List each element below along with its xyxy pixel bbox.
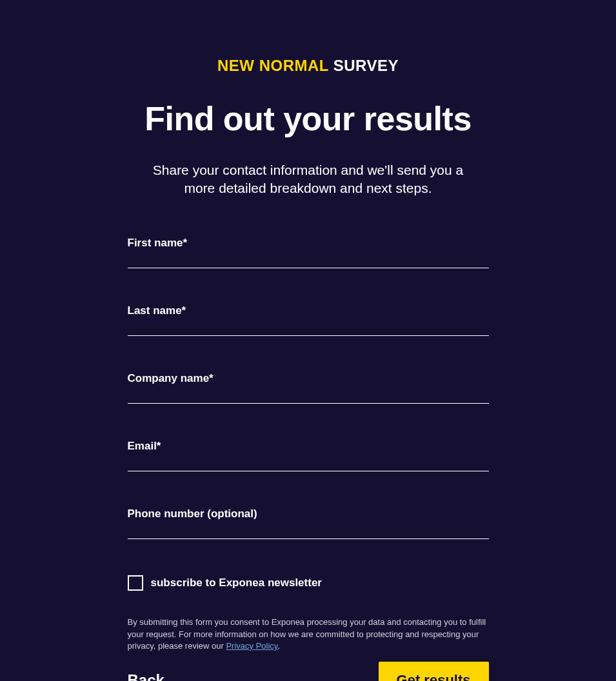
form-container: NEW NORMAL SURVEY Find out your results … — [128, 57, 489, 681]
company-name-label: Company name* — [128, 372, 489, 385]
actions-row: Back Get results — [128, 662, 489, 681]
consent-text-before: By submitting this form you consent to E… — [128, 617, 486, 651]
get-results-button[interactable]: Get results — [379, 662, 489, 681]
newsletter-checkbox[interactable] — [128, 575, 143, 591]
consent-text: By submitting this form you consent to E… — [128, 617, 489, 653]
first-name-group: First name* — [128, 237, 489, 268]
newsletter-label: subscribe to Exponea newsletter — [151, 577, 322, 589]
first-name-label: First name* — [128, 237, 489, 250]
last-name-group: Last name* — [128, 304, 489, 336]
phone-group: Phone number (optional) — [128, 508, 489, 539]
last-name-input[interactable] — [128, 320, 489, 336]
company-name-input[interactable] — [128, 388, 489, 404]
email-label: Email* — [128, 440, 489, 453]
email-input[interactable] — [128, 455, 489, 471]
company-name-group: Company name* — [128, 372, 489, 404]
privacy-policy-link[interactable]: Privacy Policy — [226, 641, 277, 651]
page-description: Share your contact information and we'll… — [128, 161, 489, 198]
newsletter-group: subscribe to Exponea newsletter — [128, 575, 489, 591]
survey-label: NEW NORMAL SURVEY — [128, 57, 489, 75]
phone-input[interactable] — [128, 523, 489, 539]
email-group: Email* — [128, 440, 489, 471]
last-name-label: Last name* — [128, 304, 489, 317]
consent-text-after: . — [277, 641, 280, 651]
survey-label-highlight: NEW NORMAL — [217, 57, 329, 74]
back-button[interactable]: Back — [128, 671, 164, 681]
page-title: Find out your results — [128, 99, 489, 138]
phone-label: Phone number (optional) — [128, 508, 489, 520]
survey-label-rest: SURVEY — [329, 57, 399, 74]
first-name-input[interactable] — [128, 252, 489, 268]
